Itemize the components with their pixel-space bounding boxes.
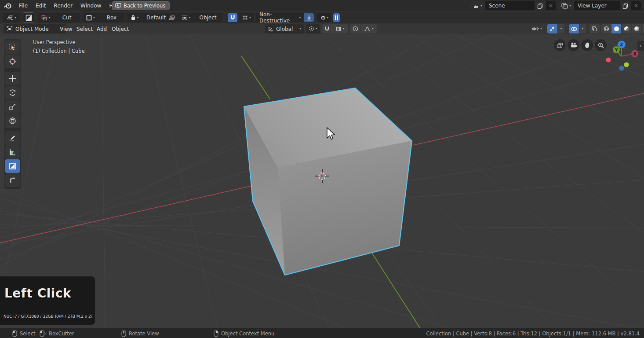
snap-target-dropdown[interactable]: ▾ [332, 24, 348, 33]
hint-label: Object Context Menu [221, 331, 274, 337]
pan-view-button[interactable] [581, 39, 593, 51]
gizmo-x-neg-axis[interactable] [606, 57, 611, 62]
tool-transform[interactable] [5, 114, 20, 128]
behavior-dropdown[interactable]: Non-Destructive ▾ [256, 13, 304, 22]
shading-material-button[interactable] [622, 24, 631, 33]
proportional-editing-toggle[interactable] [350, 24, 360, 33]
cut-mode-icon-dropdown[interactable]: ▾ [38, 13, 54, 22]
xray-icon [592, 26, 597, 32]
menu-file[interactable]: File [15, 0, 32, 11]
back-to-previous-button[interactable]: Back to Previous [112, 1, 170, 10]
chevron-down-icon: ▾ [249, 16, 251, 19]
select-box-cursor-icon [9, 44, 16, 51]
tool-rotate[interactable] [5, 86, 20, 99]
proportional-falloff-dropdown[interactable]: ▾ [361, 24, 377, 33]
view-perspective-label: User Perspective [33, 39, 75, 45]
hint-label: Select [20, 331, 35, 337]
grid-icon [169, 15, 175, 21]
preset-icon-dropdown[interactable]: ▾ [127, 13, 142, 22]
viewport-snap-toggle[interactable] [322, 24, 332, 33]
target-group: ▾ Object [166, 13, 222, 22]
remove-view-layer-button[interactable]: ✕ [631, 3, 641, 9]
grid-toggle-button[interactable] [166, 13, 178, 22]
back-to-previous-label: Back to Previous [124, 3, 165, 9]
ortho-grid-button[interactable] [554, 39, 566, 51]
preset-group: ▾ Default [127, 13, 169, 22]
snap-increment-icon [242, 15, 248, 21]
gizmo-x-label: X [633, 51, 637, 56]
shading-options-dropdown[interactable]: ▾ [642, 24, 644, 33]
scene-browse-button[interactable]: ▾ [469, 1, 485, 10]
show-gizmo-toggle[interactable] [547, 24, 557, 33]
mouse-cursor [326, 127, 336, 141]
tool-settings-dropdown[interactable]: ⚙ ▾ [317, 13, 331, 22]
tool-annotate[interactable] [5, 131, 20, 145]
tool-cursor[interactable] [5, 55, 20, 68]
camera-view-button[interactable] [568, 39, 579, 51]
shape-icon-dropdown[interactable]: ▾ [83, 13, 98, 22]
hud-key-label: Left Click [4, 286, 71, 301]
view-layer-name[interactable]: View Layer [574, 3, 620, 9]
menu-object[interactable]: Object [108, 23, 132, 34]
tool-tweak-select[interactable] [5, 40, 20, 54]
hint-object-context-menu: Object Context Menu [214, 328, 274, 338]
menu-edit[interactable]: Edit [32, 0, 50, 11]
target-value[interactable]: Object [194, 13, 222, 22]
boxcutter-logo-button[interactable] [23, 12, 34, 23]
gizmo-z-label: Z [620, 42, 623, 47]
rotate-icon [9, 89, 16, 96]
snap-settings-dropdown[interactable]: ▾ [239, 13, 254, 22]
shading-rendered-button[interactable] [632, 24, 641, 33]
overlays-options-dropdown[interactable]: ▾ [579, 24, 586, 33]
pivot-point-dropdown[interactable]: ▾ [306, 24, 320, 33]
tool-scale[interactable] [5, 100, 20, 114]
chevron-down-icon: ▾ [316, 27, 317, 30]
shading-wireframe-button[interactable] [601, 24, 611, 33]
object-visibility-dropdown[interactable]: ▾ [528, 24, 545, 33]
cut-mode-value[interactable]: Cut [54, 13, 80, 22]
chevron-down-icon: ▾ [93, 16, 95, 19]
editor-type-dropdown[interactable]: ▾ [3, 13, 20, 22]
boxcutter-icon [25, 15, 32, 21]
preset-value[interactable]: Default [143, 13, 169, 22]
import-shape-button[interactable] [304, 13, 314, 22]
gizmo-options-dropdown[interactable]: ▾ [558, 24, 564, 33]
pause-toggle-button[interactable] [333, 13, 340, 22]
shape-value[interactable]: Box [99, 13, 124, 22]
sidebar-toggle[interactable]: ‹ [637, 41, 644, 51]
shading-solid-button[interactable] [611, 24, 621, 33]
grid-icon [557, 42, 563, 48]
hint-boxcutter: BoxCutter [40, 328, 74, 338]
xray-toggle[interactable] [589, 24, 600, 33]
view-layer-browse-button[interactable]: ▾ [558, 1, 574, 10]
transform-orientation-dropdown[interactable]: Global ▾ [265, 24, 304, 33]
show-overlays-toggle[interactable] [569, 24, 579, 33]
orientation-axes-icon [268, 26, 274, 32]
tool-move[interactable] [5, 72, 20, 85]
tool-measure[interactable] [5, 145, 20, 159]
cube-object[interactable] [244, 88, 412, 275]
gizmo-y-neg-axis[interactable] [624, 62, 629, 67]
blender-logo-icon[interactable] [4, 1, 12, 10]
3d-viewport[interactable]: Object Mode ▾ View Select Add Object Glo… [0, 23, 644, 328]
chevron-down-icon: ▾ [15, 16, 16, 19]
snap-toggle-button[interactable] [228, 13, 237, 22]
gizmo-z-neg-axis[interactable] [619, 66, 624, 70]
chevron-down-icon: ▾ [560, 27, 562, 30]
menu-render[interactable]: Render [50, 0, 76, 11]
tool-boxcutter[interactable] [5, 159, 20, 173]
new-scene-button[interactable] [535, 1, 546, 10]
hint-rotate-view: Rotate View [121, 328, 159, 338]
target-icon-dropdown[interactable]: ▾ [178, 13, 194, 22]
scene-name[interactable]: Scene [485, 3, 535, 9]
gear-icon: ⚙ [320, 15, 326, 21]
proportional-circle-icon [353, 26, 358, 32]
x-axis-line [413, 93, 644, 145]
duplicate-icon [537, 3, 543, 9]
new-view-layer-button[interactable] [620, 1, 631, 10]
menu-window[interactable]: Window [76, 0, 105, 11]
unlink-scene-button[interactable]: ✕ [546, 3, 556, 9]
cut-mode-group: ▾ Cut [38, 13, 80, 22]
tool-corner[interactable] [5, 173, 20, 187]
hint-label: Rotate View [129, 331, 159, 337]
